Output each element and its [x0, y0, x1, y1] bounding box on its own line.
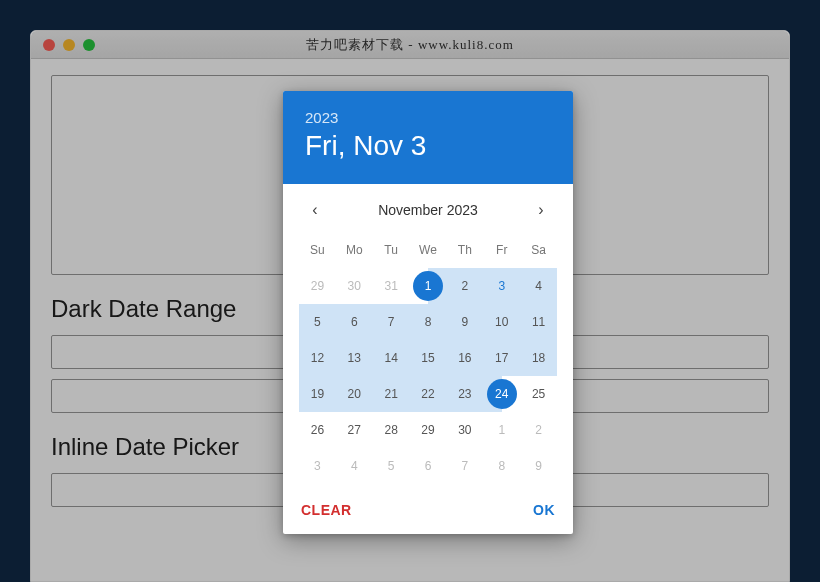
datepicker-day-number: 11 [532, 315, 545, 329]
datepicker-day-number: 2 [535, 423, 542, 437]
datepicker-day[interactable]: 7 [373, 304, 410, 340]
datepicker-day-number: 2 [462, 279, 469, 293]
datepicker-day-number: 7 [462, 459, 469, 473]
datepicker-day-number: 13 [348, 351, 361, 365]
datepicker-week-row: 19202122232425 [299, 376, 557, 412]
datepicker-day-number: 6 [351, 315, 358, 329]
datepicker-header: 2023 Fri, Nov 3 [283, 91, 573, 184]
datepicker-week-row: 3456789 [299, 448, 557, 484]
datepicker-day-number: 27 [348, 423, 361, 437]
datepicker-day-number: 1 [498, 423, 505, 437]
datepicker-day[interactable]: 27 [336, 412, 373, 448]
datepicker-day[interactable]: 5 [373, 448, 410, 484]
datepicker-day[interactable]: 1 [410, 268, 447, 304]
datepicker-popup: 2023 Fri, Nov 3 ‹ November 2023 › SuMoTu… [283, 91, 573, 534]
datepicker-day[interactable]: 4 [336, 448, 373, 484]
datepicker-dow: Fr [483, 232, 520, 268]
datepicker-selected-date[interactable]: Fri, Nov 3 [305, 130, 551, 162]
datepicker-day-number: 3 [498, 279, 505, 293]
datepicker-day-number: 29 [421, 423, 434, 437]
datepicker-day[interactable]: 29 [299, 268, 336, 304]
datepicker-day[interactable]: 6 [410, 448, 447, 484]
datepicker-day[interactable]: 8 [410, 304, 447, 340]
datepicker-day-number: 30 [348, 279, 361, 293]
datepicker-day[interactable]: 16 [446, 340, 483, 376]
prev-month-button[interactable]: ‹ [303, 198, 327, 222]
datepicker-day[interactable]: 7 [446, 448, 483, 484]
datepicker-day[interactable]: 3 [299, 448, 336, 484]
datepicker-day-number: 29 [311, 279, 324, 293]
datepicker-day-number: 14 [384, 351, 397, 365]
datepicker-day-number: 28 [384, 423, 397, 437]
datepicker-day-number: 31 [384, 279, 397, 293]
datepicker-day[interactable]: 14 [373, 340, 410, 376]
datepicker-day-number: 8 [425, 315, 432, 329]
datepicker-day[interactable]: 12 [299, 340, 336, 376]
datepicker-grid: SuMoTuWeThFrSa 2930311234567891011121314… [283, 230, 573, 492]
datepicker-day[interactable]: 10 [483, 304, 520, 340]
datepicker-day[interactable]: 25 [520, 376, 557, 412]
datepicker-day[interactable]: 11 [520, 304, 557, 340]
ok-button[interactable]: OK [533, 502, 555, 518]
datepicker-day[interactable]: 6 [336, 304, 373, 340]
datepicker-day-number: 18 [532, 351, 545, 365]
datepicker-week-row: 12131415161718 [299, 340, 557, 376]
datepicker-day[interactable]: 29 [410, 412, 447, 448]
datepicker-day-number: 25 [532, 387, 545, 401]
datepicker-day-number: 24 [495, 387, 508, 401]
datepicker-dow: Mo [336, 232, 373, 268]
next-month-button[interactable]: › [529, 198, 553, 222]
datepicker-year[interactable]: 2023 [305, 109, 551, 126]
datepicker-day[interactable]: 30 [446, 412, 483, 448]
chevron-right-icon: › [538, 201, 543, 219]
datepicker-day[interactable]: 9 [520, 448, 557, 484]
datepicker-day[interactable]: 31 [373, 268, 410, 304]
datepicker-day-number: 12 [311, 351, 324, 365]
datepicker-day-number: 21 [384, 387, 397, 401]
datepicker-day[interactable]: 19 [299, 376, 336, 412]
datepicker-day[interactable]: 24 [483, 376, 520, 412]
datepicker-day[interactable]: 13 [336, 340, 373, 376]
datepicker-day[interactable]: 1 [483, 412, 520, 448]
datepicker-day-number: 20 [348, 387, 361, 401]
datepicker-day[interactable]: 3 [483, 268, 520, 304]
datepicker-day[interactable]: 15 [410, 340, 447, 376]
datepicker-nav: ‹ November 2023 › [283, 184, 573, 230]
datepicker-day-number: 19 [311, 387, 324, 401]
datepicker-day-number: 15 [421, 351, 434, 365]
datepicker-day[interactable]: 8 [483, 448, 520, 484]
datepicker-day-number: 9 [462, 315, 469, 329]
datepicker-actions: CLEAR OK [283, 492, 573, 534]
datepicker-week-row: 2930311234 [299, 268, 557, 304]
datepicker-day-number: 30 [458, 423, 471, 437]
datepicker-day-number: 4 [351, 459, 358, 473]
datepicker-day[interactable]: 22 [410, 376, 447, 412]
datepicker-day-number: 10 [495, 315, 508, 329]
datepicker-day-number: 4 [535, 279, 542, 293]
datepicker-day[interactable]: 17 [483, 340, 520, 376]
clear-button[interactable]: CLEAR [301, 502, 352, 518]
datepicker-day[interactable]: 28 [373, 412, 410, 448]
datepicker-day-number: 26 [311, 423, 324, 437]
datepicker-dow: We [410, 232, 447, 268]
datepicker-day[interactable]: 21 [373, 376, 410, 412]
datepicker-day-number: 22 [421, 387, 434, 401]
datepicker-day-number: 1 [425, 279, 432, 293]
datepicker-day-number: 5 [314, 315, 321, 329]
datepicker-day-number: 7 [388, 315, 395, 329]
datepicker-day[interactable]: 2 [446, 268, 483, 304]
datepicker-day[interactable]: 26 [299, 412, 336, 448]
datepicker-day[interactable]: 20 [336, 376, 373, 412]
datepicker-day-number: 3 [314, 459, 321, 473]
datepicker-day[interactable]: 5 [299, 304, 336, 340]
datepicker-day[interactable]: 4 [520, 268, 557, 304]
datepicker-day[interactable]: 30 [336, 268, 373, 304]
datepicker-month-label[interactable]: November 2023 [378, 202, 478, 218]
datepicker-day[interactable]: 23 [446, 376, 483, 412]
chevron-left-icon: ‹ [312, 201, 317, 219]
datepicker-day[interactable]: 18 [520, 340, 557, 376]
datepicker-day[interactable]: 9 [446, 304, 483, 340]
datepicker-day[interactable]: 2 [520, 412, 557, 448]
datepicker-dow: Tu [373, 232, 410, 268]
app-window: 苦力吧素材下载 - www.kuli8.com Dark Date Range … [30, 30, 790, 582]
